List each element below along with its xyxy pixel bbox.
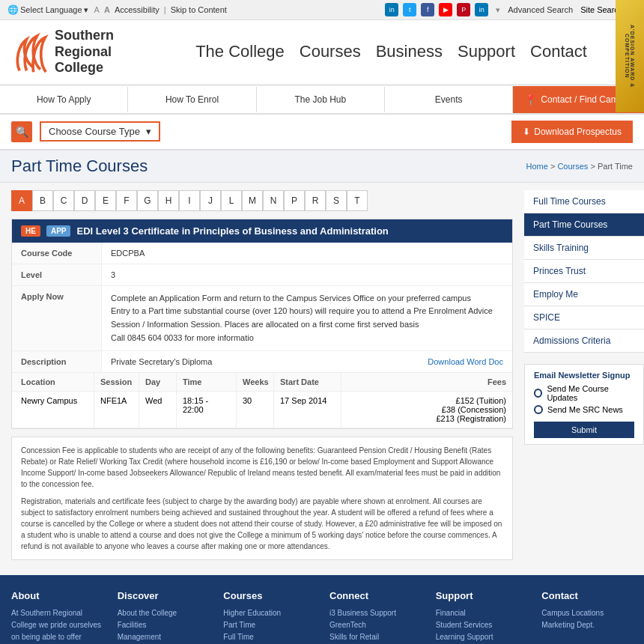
footer-skills-retail[interactable]: Skills for Retail	[329, 631, 421, 643]
alpha-a[interactable]: A	[11, 190, 32, 211]
course-body: Course Code EDCPBA Level 3 Apply Now Com…	[12, 243, 512, 428]
footer-campus-locations[interactable]: Campus Locations	[541, 607, 633, 619]
download-prospectus-btn[interactable]: ⬇ Download Prospectus	[511, 121, 633, 143]
alpha-n[interactable]: N	[263, 190, 284, 211]
badge-he: HE	[21, 225, 40, 237]
nav-support[interactable]: Support	[458, 42, 515, 61]
footer-about-college[interactable]: About the College	[118, 607, 209, 619]
course-code-row: Course Code EDCPBA	[12, 243, 512, 264]
sidebar: Full Time Courses Part Time Courses Skil…	[524, 183, 644, 575]
sidebar-spice[interactable]: SPICE	[524, 306, 644, 329]
twitter-icon[interactable]: t	[403, 3, 416, 16]
social-icons: in t f ▶ P in	[385, 3, 488, 16]
logo-area: Southern Regional College	[11, 28, 176, 76]
sidebar-princes-trust[interactable]: Princes Trust	[524, 260, 644, 283]
badge-app: APP	[46, 225, 71, 237]
site-header: Southern Regional College The College Co…	[0, 20, 644, 86]
advanced-search-link[interactable]: Advanced Search	[508, 5, 573, 14]
footer-greentech[interactable]: GreenTech	[329, 619, 421, 631]
footer-financial[interactable]: Financial	[436, 607, 527, 619]
course-card-header: HE APP EDI Level 3 Certificate in Princi…	[12, 219, 512, 243]
award-ribbon: A'DESIGN AWARD & COMPETITION	[616, 0, 644, 112]
pinterest-icon[interactable]: P	[457, 3, 470, 16]
content-wrapper: A B C D E F G H I J L M N P R S T	[0, 183, 644, 575]
footer-learning-support[interactable]: Learning Support	[436, 631, 527, 643]
footer-part-time[interactable]: Part Time	[223, 619, 315, 631]
alpha-g[interactable]: G	[137, 190, 158, 211]
alpha-p[interactable]: P	[284, 190, 305, 211]
breadcrumb-home[interactable]: Home	[526, 162, 548, 171]
linkedin2-icon[interactable]: in	[475, 3, 488, 16]
subnav-events[interactable]: Events	[385, 87, 513, 112]
course-apply-row: Apply Now Complete an Application Form a…	[12, 286, 512, 351]
alpha-c[interactable]: C	[53, 190, 74, 211]
alpha-r[interactable]: R	[305, 190, 326, 211]
newsletter-submit-btn[interactable]: Submit	[534, 422, 634, 438]
alpha-j[interactable]: J	[200, 190, 221, 211]
nav-business[interactable]: Business	[376, 42, 443, 61]
top-bar-right: in t f ▶ P in ▾ Advanced Search Site Sea…	[385, 3, 637, 16]
footer-support: Support Financial Student Services Learn…	[436, 590, 527, 644]
sidebar-part-time-courses[interactable]: Part Time Courses	[524, 213, 644, 237]
newsletter-option1-radio[interactable]	[534, 389, 542, 398]
download-word-doc-link[interactable]: Download Word Doc	[428, 357, 503, 366]
main-nav: The College Courses Business Support Con…	[176, 42, 607, 61]
notes-section: Concession Fee is applicable to students…	[11, 437, 513, 560]
alpha-i[interactable]: I	[179, 190, 200, 211]
footer-i3-business[interactable]: i3 Business Support	[329, 607, 421, 619]
alpha-l[interactable]: L	[221, 190, 242, 211]
facebook-icon[interactable]: f	[421, 3, 434, 16]
alphabet-nav: A B C D E F G H I J L M N P R S T	[11, 190, 513, 211]
sidebar-admissions-criteria[interactable]: Admissions Criteria	[524, 329, 644, 353]
dropdown-arrow[interactable]: ▾	[496, 5, 500, 15]
subnav-how-to-apply[interactable]: How To Apply	[0, 87, 128, 112]
alpha-h[interactable]: H	[158, 190, 179, 211]
alpha-t[interactable]: T	[347, 190, 368, 211]
sidebar-employ-me[interactable]: Employ Me	[524, 283, 644, 306]
alpha-s[interactable]: S	[326, 190, 347, 211]
course-type-dropdown[interactable]: Choose Course Type ▾	[40, 121, 160, 142]
session-row: Newry Campus NFE1A Wed 18:15 - 22:00 30 …	[12, 392, 512, 428]
footer-full-time[interactable]: Full Time	[223, 631, 315, 643]
alpha-e[interactable]: E	[95, 190, 116, 211]
newsletter-option2-radio[interactable]	[534, 405, 543, 414]
apply-instructions: Complete an Application Form and return …	[102, 286, 512, 350]
breadcrumb-courses[interactable]: Courses	[557, 162, 588, 171]
sidebar-full-time-courses[interactable]: Full Time Courses	[524, 190, 644, 213]
subnav-job-hub[interactable]: The Job Hub	[257, 87, 385, 112]
course-desc-row: Description Private Secretary's Diploma …	[12, 351, 512, 373]
footer-about: About At Southern Regional College we pr…	[11, 590, 103, 644]
course-level-row: Level 3	[12, 264, 512, 286]
alpha-f[interactable]: F	[116, 190, 137, 211]
accessibility-link[interactable]: Accessibility	[115, 5, 160, 14]
nav-contact[interactable]: Contact	[530, 42, 587, 61]
course-title: EDI Level 3 Certificate in Principles of…	[76, 225, 388, 237]
footer-higher-education[interactable]: Higher Education	[223, 607, 315, 619]
newsletter-box: Email Newsletter Signup Send Me Course U…	[524, 364, 644, 445]
skip-link[interactable]: Skip to Content	[171, 5, 227, 14]
accessibility-links: AA Accessibility | Skip to Content	[94, 5, 227, 14]
footer-management[interactable]: Management	[118, 631, 209, 643]
alpha-m[interactable]: M	[242, 190, 263, 211]
breadcrumb-current: Part Time	[598, 162, 633, 171]
footer-facilities[interactable]: Facilities	[118, 619, 209, 631]
footer: About At Southern Regional College we pr…	[0, 575, 644, 644]
footer-top: About At Southern Regional College we pr…	[11, 590, 633, 644]
sidebar-skills-training[interactable]: Skills Training	[524, 237, 644, 260]
course-search-icon[interactable]: 🔍	[11, 121, 32, 142]
alpha-d[interactable]: D	[74, 190, 95, 211]
footer-marketing[interactable]: Marketing Dept.	[541, 619, 633, 631]
nav-courses[interactable]: Courses	[300, 42, 361, 61]
subnav-how-to-enrol[interactable]: How To Enrol	[128, 87, 256, 112]
course-type-bar: 🔍 Choose Course Type ▾ ⬇ Download Prospe…	[0, 115, 644, 151]
course-card: HE APP EDI Level 3 Certificate in Princi…	[11, 219, 513, 429]
footer-connect: Connect i3 Business Support GreenTech Sk…	[329, 590, 421, 644]
language-selector[interactable]: 🌐 Select Language ▾	[7, 4, 88, 15]
youtube-icon[interactable]: ▶	[439, 3, 452, 16]
top-bar: 🌐 Select Language ▾ AA Accessibility | S…	[0, 0, 644, 20]
footer-student-services[interactable]: Student Services	[436, 619, 527, 631]
footer-courses: Courses Higher Education Part Time Full …	[223, 590, 315, 644]
linkedin-icon[interactable]: in	[385, 3, 398, 16]
nav-the-college[interactable]: The College	[195, 42, 285, 61]
alpha-b[interactable]: B	[32, 190, 53, 211]
